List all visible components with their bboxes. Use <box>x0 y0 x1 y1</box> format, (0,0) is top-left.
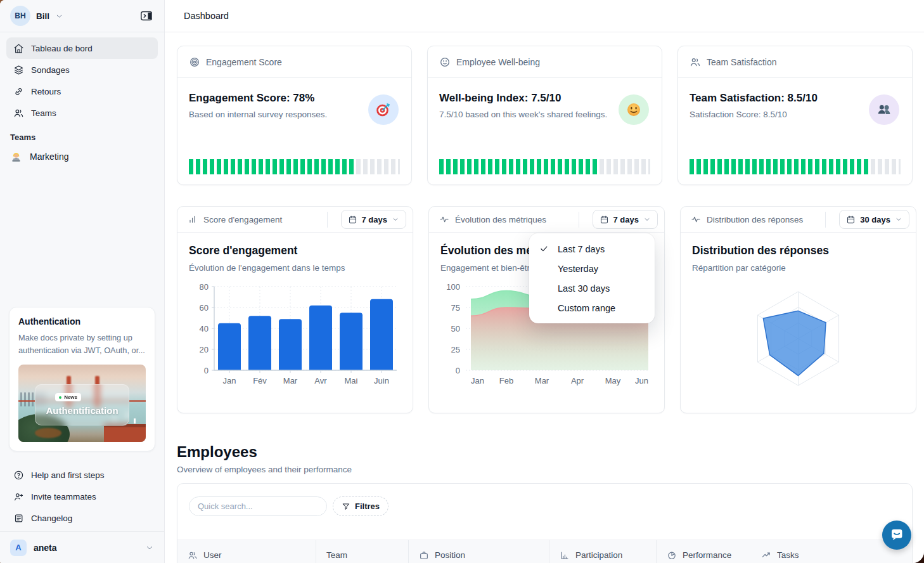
sidebar-item-teams[interactable]: Teams <box>6 102 158 124</box>
page-title: Dashboard <box>184 11 229 21</box>
svg-text:100: 100 <box>446 282 460 292</box>
sidebar-item-retours[interactable]: Retours <box>6 81 158 102</box>
svg-text:Fév: Fév <box>253 376 267 385</box>
chart-header-label: Score d'engagement <box>203 215 282 224</box>
employees-title: Employees <box>177 443 913 461</box>
svg-text:60: 60 <box>200 303 209 313</box>
chat-widget-button[interactable] <box>882 521 911 550</box>
collapse-sidebar-button[interactable] <box>138 7 155 25</box>
column-header-user: User <box>177 540 316 563</box>
sidebar-item-marketing[interactable]: Marketing <box>0 147 164 166</box>
chat-bubble-icon <box>887 526 906 545</box>
engagement-chart-card: Score d'engagement 7 days Score d'engage… <box>177 206 413 413</box>
user-name[interactable]: Bill <box>36 11 49 21</box>
sidebar-item-invite[interactable]: Invite teammates <box>6 486 158 507</box>
sidebar-item-sondages[interactable]: Sondages <box>6 59 158 81</box>
filter-funnel-icon <box>342 502 350 511</box>
chevron-down-icon <box>145 543 154 552</box>
svg-text:Mar: Mar <box>535 376 549 385</box>
sidebar-nav: Tableau de bord Sondages Retours Teams <box>0 32 164 124</box>
sidebar-item-label: Retours <box>31 87 61 96</box>
sidebar-item-label: Sondages <box>31 65 70 75</box>
menu-item-custom-range[interactable]: Custom range <box>529 298 655 318</box>
card-header-label: Team Satisfaction <box>707 57 777 67</box>
golden-gate-illustration: News Authentification <box>18 365 146 442</box>
check-icon <box>539 244 552 254</box>
sidebar-item-help[interactable]: Help and first steps <box>6 464 158 486</box>
bar-chart-icon <box>188 214 198 224</box>
sidebar-footer-nav: Help and first steps Invite teammates Ch… <box>0 459 164 531</box>
sidebar-item-changelog[interactable]: Changelog <box>6 507 158 529</box>
teams-section-label: Teams <box>0 124 164 147</box>
response-distribution-card: Distribution des réponses 30 days Distri… <box>680 206 916 413</box>
sidebar-item-label: Teams <box>31 108 56 118</box>
users-icon <box>690 56 701 68</box>
dart-target-emoji-icon <box>368 94 399 125</box>
workspace-avatar: A <box>10 540 27 556</box>
svg-text:80: 80 <box>200 282 209 292</box>
sidebar-item-label: Tableau de bord <box>31 44 93 53</box>
chart-subtitle: Répartition par catégorie <box>692 263 904 273</box>
chart-title: Distribution des réponses <box>692 244 904 257</box>
menu-item-yesterday[interactable]: Yesterday <box>529 259 655 278</box>
table-header-row: User Team Position Participation <box>177 540 912 563</box>
svg-text:Mar: Mar <box>283 376 298 385</box>
calendar-icon <box>600 215 609 224</box>
svg-text:Jan: Jan <box>471 376 484 385</box>
briefcase-icon <box>419 550 429 560</box>
trend-up-icon <box>761 550 771 560</box>
sidebar-item-label: Changelog <box>31 514 72 523</box>
workspace-switcher[interactable]: A aneta <box>0 532 164 563</box>
stat-title: Team Satisfaction: 8.5/10 <box>690 92 901 105</box>
dashboard-content: Engagement Score Engagement Score: 78% B… <box>165 32 924 563</box>
chart-subtitle: Évolution de l'engagement dans le temps <box>189 263 401 273</box>
menu-item-last-30-days[interactable]: Last 30 days <box>529 278 655 298</box>
layers-icon <box>13 65 24 75</box>
svg-text:50: 50 <box>451 324 460 333</box>
auth-image-title: Authentification <box>46 405 118 416</box>
home-icon <box>13 43 24 54</box>
employees-section: Employees Overview of employees and thei… <box>177 443 913 474</box>
team-satisfaction-card: Team Satisfaction Team Satisfaction: 8.5… <box>677 46 913 185</box>
target-icon <box>189 56 200 68</box>
chart-cards-row: Score d'engagement 7 days Score d'engage… <box>177 206 913 413</box>
chart-header-label: Distribution des réponses <box>707 215 803 224</box>
users-icon <box>13 108 24 119</box>
svg-text:40: 40 <box>200 324 209 333</box>
date-range-button[interactable]: 30 days <box>839 210 909 229</box>
menu-item-last-7-days[interactable]: Last 7 days <box>529 239 655 259</box>
stat-title: Well-being Index: 7.5/10 <box>439 92 650 105</box>
chevron-down-icon <box>392 216 399 223</box>
technologist-emoji-icon <box>10 151 22 163</box>
users-icon <box>188 550 198 560</box>
chart-title: Score d'engagement <box>189 244 401 257</box>
engagement-bar-chart: 020406080JanFévMarAvrMaiJuin <box>189 280 401 392</box>
svg-text:Mai: Mai <box>345 376 358 385</box>
date-range-dropdown: Last 7 days Yesterday Last 30 days Custo… <box>529 233 655 323</box>
top-bar: Dashboard <box>165 0 924 32</box>
progress-bar <box>439 159 650 174</box>
avatar[interactable]: BH <box>10 6 30 26</box>
activity-icon <box>439 214 449 224</box>
app-window: BH Bill Tableau de bord Sondages Retours <box>0 0 924 563</box>
chevron-down-icon <box>643 216 651 223</box>
search-input[interactable] <box>189 496 327 516</box>
news-badge: News <box>55 393 81 401</box>
sidebar-item-tableau-de-bord[interactable]: Tableau de bord <box>6 37 158 59</box>
card-header-label: Engagement Score <box>206 57 282 67</box>
auth-card-description: Make docs private by setting up authenti… <box>18 332 146 357</box>
filters-button[interactable]: Filtres <box>333 496 388 516</box>
metrics-evolution-card: Évolution des métriques 7 days Évolution… <box>428 206 665 413</box>
sidebar: BH Bill Tableau de bord Sondages Retours <box>0 0 165 563</box>
authentication-promo-card[interactable]: Authentication Make docs private by sett… <box>9 307 155 451</box>
svg-text:0: 0 <box>456 366 460 375</box>
chevron-down-icon[interactable] <box>55 12 63 20</box>
user-plus-icon <box>13 491 24 502</box>
svg-text:75: 75 <box>451 303 460 313</box>
date-range-button[interactable]: 7 days <box>593 210 658 229</box>
activity-icon <box>691 214 701 224</box>
newspaper-icon <box>13 513 24 524</box>
column-header-performance: Performance <box>656 540 751 563</box>
date-range-button[interactable]: 7 days <box>341 210 406 229</box>
column-chart-icon <box>560 550 570 560</box>
